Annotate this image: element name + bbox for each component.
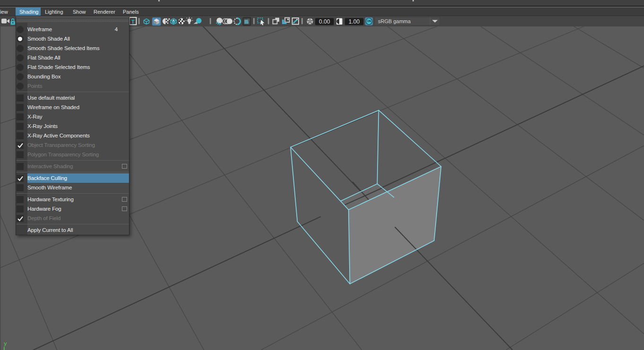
svg-text:0.00: 0.00 — [319, 18, 330, 25]
svg-text:y: y — [4, 341, 7, 347]
svg-text:T: T — [131, 19, 135, 25]
svg-text:sRGB gamma: sRGB gamma — [378, 18, 411, 24]
svg-text:1.00: 1.00 — [349, 18, 360, 25]
svg-text:ON: ON — [367, 19, 371, 23]
